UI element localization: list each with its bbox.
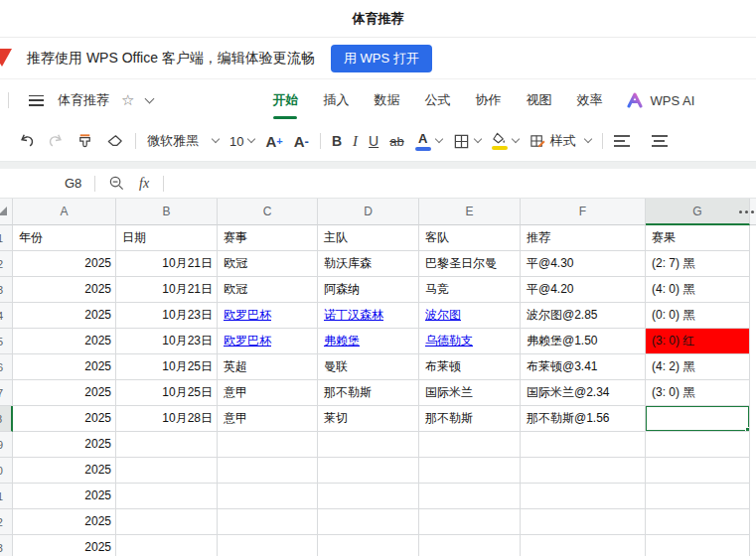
row-header-9[interactable]: 9 xyxy=(0,432,13,458)
name-box[interactable]: G8 xyxy=(65,176,94,191)
column-header-C[interactable]: C xyxy=(218,199,318,225)
zoom-out-icon[interactable] xyxy=(108,175,125,192)
chevron-down-icon[interactable] xyxy=(145,94,155,104)
row-header-4[interactable]: 4 xyxy=(0,303,13,329)
cell-link[interactable]: 弗赖堡 xyxy=(324,334,360,348)
cell-B11[interactable] xyxy=(116,484,218,509)
cell-D9[interactable] xyxy=(318,432,419,458)
cell-B8[interactable]: 10月28日 xyxy=(116,406,218,432)
cell-D5[interactable]: 弗赖堡 xyxy=(318,329,419,354)
cell-B13[interactable] xyxy=(116,535,218,556)
tab-插入[interactable]: 插入 xyxy=(323,91,349,109)
cell-B2[interactable]: 10月21日 xyxy=(116,251,218,277)
cell-E12[interactable] xyxy=(419,509,521,535)
cell-F13[interactable] xyxy=(521,535,646,556)
wps-ai-button[interactable]: WPS AI xyxy=(627,92,694,108)
cell-A12[interactable]: 2025 xyxy=(13,509,116,535)
row-header-13[interactable]: 13 xyxy=(0,535,13,556)
select-all-corner[interactable] xyxy=(0,199,13,225)
cell-A7[interactable]: 2025 xyxy=(13,380,116,406)
cell-link[interactable]: 波尔图 xyxy=(425,308,461,322)
column-header-A[interactable]: A xyxy=(13,199,116,225)
cell-link[interactable]: 欧罗巴杯 xyxy=(224,334,271,348)
cell-A1[interactable]: 年份 xyxy=(13,225,116,251)
cell-A9[interactable]: 2025 xyxy=(13,432,116,458)
strikethrough-button[interactable]: ab xyxy=(389,134,403,149)
cell-B6[interactable]: 10月25日 xyxy=(116,354,218,380)
cell-F7[interactable]: 国际米兰@2.34 xyxy=(521,380,646,406)
cell-C13[interactable] xyxy=(218,535,318,556)
align-center-icon[interactable] xyxy=(652,135,668,147)
cell-C10[interactable] xyxy=(218,458,318,484)
row-header-3[interactable]: 3 xyxy=(0,277,13,303)
cell-G7[interactable]: (3: 0) 黑 xyxy=(646,380,750,406)
cell-A10[interactable]: 2025 xyxy=(13,458,116,484)
cell-C6[interactable]: 英超 xyxy=(218,354,318,380)
column-header-G[interactable]: G xyxy=(646,199,750,225)
open-in-wps-button[interactable]: 用 WPS 打开 xyxy=(331,45,432,72)
increase-font-button[interactable]: A+ xyxy=(265,133,282,150)
font-color-button[interactable]: A xyxy=(415,132,442,151)
tab-公式[interactable]: 公式 xyxy=(424,91,450,109)
cell-B12[interactable] xyxy=(116,509,218,535)
tab-效率[interactable]: 效率 xyxy=(576,91,602,109)
cell-E11[interactable] xyxy=(419,484,521,509)
tab-开始[interactable]: 开始 xyxy=(272,91,298,109)
cell-F11[interactable] xyxy=(521,484,646,509)
cell-D2[interactable]: 勒沃库森 xyxy=(318,251,419,277)
chevron-down-icon[interactable] xyxy=(473,135,481,143)
cell-G12[interactable] xyxy=(646,509,750,535)
cell-G5[interactable]: (3: 0) 红 xyxy=(646,329,750,354)
cell-F5[interactable]: 弗赖堡@1.50 xyxy=(521,329,646,354)
cell-A4[interactable]: 2025 xyxy=(13,303,116,329)
cell-C7[interactable]: 意甲 xyxy=(218,380,318,406)
cell-E4[interactable]: 波尔图 xyxy=(419,303,521,329)
cell-F8[interactable]: 那不勒斯@1.56 xyxy=(521,406,646,432)
cell-F9[interactable] xyxy=(521,432,646,458)
cell-B9[interactable] xyxy=(116,432,218,458)
decrease-font-button[interactable]: A- xyxy=(294,133,309,150)
cell-B4[interactable]: 10月23日 xyxy=(116,303,218,329)
row-header-5[interactable]: 5 xyxy=(0,329,13,354)
row-header-10[interactable]: 10 xyxy=(0,458,13,484)
cell-E7[interactable]: 国际米兰 xyxy=(419,380,521,406)
row-header-11[interactable]: 11 xyxy=(0,484,13,509)
cell-D11[interactable] xyxy=(318,484,419,509)
cell-E5[interactable]: 乌德勒支 xyxy=(419,329,521,354)
tab-视图[interactable]: 视图 xyxy=(526,91,551,109)
chevron-down-icon[interactable] xyxy=(511,135,519,143)
cell-F2[interactable]: 平@4.30 xyxy=(521,251,646,277)
cell-A11[interactable]: 2025 xyxy=(13,484,116,509)
cell-B3[interactable]: 10月21日 xyxy=(116,277,218,303)
cell-G13[interactable] xyxy=(646,535,750,556)
cell-E13[interactable] xyxy=(419,535,521,556)
redo-button[interactable] xyxy=(47,132,65,150)
cell-B5[interactable]: 10月23日 xyxy=(116,329,218,354)
cell-C8[interactable]: 意甲 xyxy=(218,406,318,432)
cell-C3[interactable]: 欧冠 xyxy=(218,277,318,303)
cell-link[interactable]: 乌德勒支 xyxy=(425,334,473,348)
more-columns-icon[interactable] xyxy=(739,210,742,213)
cell-G10[interactable] xyxy=(646,458,750,484)
cell-G6[interactable]: (4: 2) 黑 xyxy=(646,354,750,380)
font-size-select[interactable]: 10 xyxy=(229,134,254,149)
cell-C11[interactable] xyxy=(218,484,318,509)
cell-A8[interactable]: 2025 xyxy=(13,406,116,432)
cell-D12[interactable] xyxy=(318,509,419,535)
row-header-6[interactable]: 6 xyxy=(0,354,13,380)
tab-数据[interactable]: 数据 xyxy=(374,91,399,109)
bold-button[interactable]: B xyxy=(332,133,342,149)
cell-D7[interactable]: 那不勒斯 xyxy=(318,380,419,406)
underline-button[interactable]: U xyxy=(369,133,378,149)
cell-D13[interactable] xyxy=(318,535,419,556)
row-header-2[interactable]: 2 xyxy=(0,251,13,277)
cell-G2[interactable]: (2: 7) 黑 xyxy=(646,251,750,277)
cell-A6[interactable]: 2025 xyxy=(13,354,116,380)
italic-button[interactable]: I xyxy=(353,133,358,150)
cell-E9[interactable] xyxy=(419,432,521,458)
cell-F3[interactable]: 平@4.20 xyxy=(521,277,646,303)
cell-G8[interactable] xyxy=(646,406,750,432)
align-left-icon[interactable] xyxy=(614,135,630,147)
cell-E8[interactable]: 那不勒斯 xyxy=(419,406,521,432)
cell-E1[interactable]: 客队 xyxy=(419,225,521,251)
